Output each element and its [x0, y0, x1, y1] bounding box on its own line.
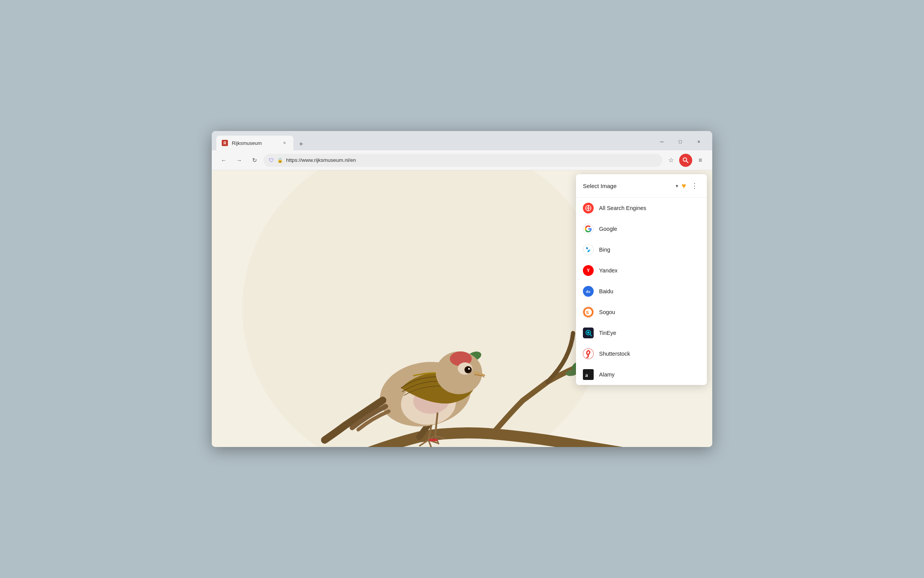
all-search-label: All Search Engines — [599, 205, 646, 211]
bookmark-button[interactable]: ☆ — [665, 154, 678, 167]
title-bar: R Rijksmuseum × + ─ □ × — [212, 131, 712, 150]
sogou-item[interactable]: S Sogou — [576, 302, 707, 323]
favorite-icon[interactable]: ♥ — [681, 181, 686, 190]
search-engine-dropdown: Select Image ▾ ♥ ⋮ All S — [576, 174, 707, 385]
nav-right-controls: ☆ ≡ — [665, 154, 707, 167]
baidu-item[interactable]: du Baidu — [576, 281, 707, 302]
bing-icon — [583, 244, 594, 255]
svg-point-21 — [465, 367, 471, 372]
svg-point-22 — [468, 368, 470, 370]
menu-button[interactable]: ≡ — [694, 154, 707, 167]
tineye-item[interactable]: TinEye — [576, 323, 707, 343]
tineye-icon — [583, 328, 594, 338]
page-content: Select Image ▾ ♥ ⋮ All S — [212, 170, 712, 447]
svg-point-43 — [587, 331, 589, 334]
search-extension-button[interactable] — [679, 154, 692, 167]
baidu-icon: du — [583, 286, 594, 297]
google-item[interactable]: Google — [576, 218, 707, 239]
dropdown-arrow-icon[interactable]: ▾ — [676, 183, 678, 189]
window-controls: ─ □ × — [653, 136, 708, 150]
svg-rect-46 — [583, 369, 594, 380]
bing-item[interactable]: Bing — [576, 239, 707, 260]
tab-favicon: R — [222, 140, 228, 146]
yandex-icon: Y — [583, 265, 594, 276]
all-search-engines-item[interactable]: All Search Engines — [576, 198, 707, 218]
shield-icon: 🛡 — [269, 157, 274, 163]
baidu-label: Baidu — [599, 288, 613, 294]
url-text: https://www.rijksmuseum.nl/en — [286, 157, 657, 163]
shutterstock-label: Shutterstock — [599, 351, 630, 357]
shutterstock-item[interactable]: Shutterstock — [576, 343, 707, 364]
active-tab[interactable]: R Rijksmuseum × — [216, 136, 293, 150]
lock-icon: 🔒 — [277, 158, 283, 163]
forward-button[interactable]: → — [233, 154, 246, 167]
back-button[interactable]: ← — [217, 154, 230, 167]
bing-label: Bing — [599, 247, 610, 253]
yandex-label: Yandex — [599, 267, 618, 274]
svg-rect-31 — [429, 439, 437, 441]
maximize-button[interactable]: □ — [671, 136, 689, 147]
alamy-label: Alamy — [599, 371, 614, 378]
yandex-item[interactable]: Y Yandex — [576, 260, 707, 281]
google-icon — [583, 223, 594, 234]
new-tab-button[interactable]: + — [295, 138, 307, 150]
more-options-button[interactable]: ⋮ — [689, 180, 700, 191]
sogou-icon: S — [583, 307, 594, 318]
tineye-label: TinEye — [599, 330, 616, 336]
address-bar[interactable]: 🛡 🔒 https://www.rijksmuseum.nl/en — [263, 154, 662, 167]
alamy-icon: a — [583, 369, 594, 380]
refresh-button[interactable]: ↻ — [248, 154, 261, 167]
tab-title: Rijksmuseum — [232, 140, 277, 146]
dropdown-title: Select Image — [583, 183, 673, 189]
svg-text:du: du — [586, 290, 590, 294]
dropdown-header: Select Image ▾ ♥ ⋮ — [576, 174, 707, 198]
sogou-label: Sogou — [599, 309, 615, 315]
alamy-item[interactable]: a Alamy — [576, 364, 707, 385]
svg-line-1 — [686, 161, 688, 163]
close-button[interactable]: × — [690, 136, 708, 147]
svg-text:a: a — [585, 372, 588, 378]
minimize-button[interactable]: ─ — [653, 136, 671, 147]
svg-text:Y: Y — [587, 268, 590, 273]
google-label: Google — [599, 226, 617, 232]
bird-painting: Select Image ▾ ♥ ⋮ All S — [212, 170, 712, 447]
tab-close-button[interactable]: × — [281, 139, 288, 146]
browser-window: R Rijksmuseum × + ─ □ × ← → ↻ 🛡 🔒 https:… — [212, 131, 712, 447]
navigation-bar: ← → ↻ 🛡 🔒 https://www.rijksmuseum.nl/en … — [212, 150, 712, 170]
all-search-icon — [583, 203, 594, 213]
shutterstock-icon — [583, 348, 594, 359]
svg-text:S: S — [586, 310, 589, 315]
